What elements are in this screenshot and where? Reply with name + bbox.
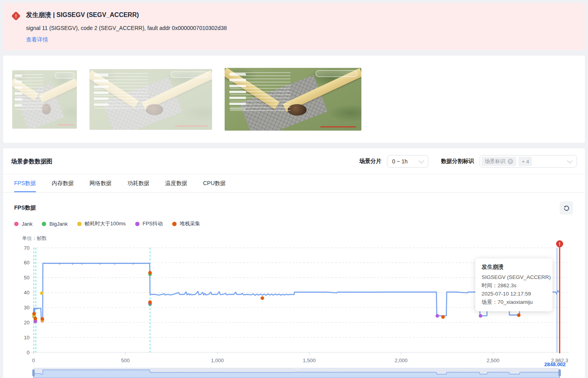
tab-4[interactable]: 温度数据 (165, 174, 187, 192)
chevron-down-icon (567, 158, 573, 163)
tabs: FPS数据内存数据网络数据功耗数据温度数据CPU数据 (3, 174, 585, 193)
scene-slice-select[interactable]: 0 ~ 1h (387, 155, 428, 168)
tab-3[interactable]: 功耗数据 (127, 174, 149, 192)
tab-2[interactable]: 网络数据 (89, 174, 112, 192)
legend-item[interactable]: FPS抖动 (135, 220, 163, 227)
alert-content: 发生崩溃 | SIGSEGV (SEGV_ACCERR) signal 11 (… (26, 11, 227, 43)
tooltip-scene: 场景：70_xiaoxiamiju (482, 298, 546, 306)
tab-0[interactable]: FPS数据 (14, 174, 36, 192)
scene-data-card: 场景参数数据图 场景分片 0 ~ 1h 数据分割标识 场景标识 ✕ + 4 (3, 148, 585, 378)
legend-dot-icon (172, 222, 177, 226)
section-title: 场景参数数据图 (11, 158, 52, 165)
svg-text:50: 50 (24, 275, 30, 281)
y-axis-unit-label: 单位：帧数 (22, 235, 574, 242)
chart-brush-scrollbar[interactable] (14, 367, 580, 378)
legend-dot-icon (14, 222, 19, 226)
svg-text:20: 20 (24, 320, 30, 326)
tab-5[interactable]: CPU数据 (203, 174, 226, 192)
split-label: 数据分割标识 (441, 158, 474, 165)
svg-text:0: 0 (32, 357, 35, 363)
split-tag: 场景标识 ✕ (482, 157, 516, 166)
tooltip-title: 发生崩溃 (482, 264, 546, 271)
legend-dot-icon (42, 222, 46, 226)
alert-error-icon: ! (11, 11, 20, 21)
svg-text:70: 70 (24, 245, 30, 251)
tag-remove-icon[interactable]: ✕ (508, 159, 513, 164)
split-tags: 场景标识 ✕ + 4 (482, 157, 532, 166)
chart-legend: JankBigJank帧耗时大于100msFPS抖动堆栈采集 (14, 220, 574, 227)
split-tag-label: 场景标识 (485, 158, 505, 165)
svg-text:1,000: 1,000 (211, 357, 224, 363)
legend-item[interactable]: 帧耗时大于100ms (77, 220, 126, 227)
axis-pointer-label: 2848.002 (532, 361, 566, 367)
alert-message: signal 11 (SIGSEGV), code 2 (SEGV_ACCERR… (26, 25, 227, 31)
legend-item[interactable]: Jank (14, 221, 32, 227)
legend-dot-icon (135, 222, 140, 226)
svg-text:2,500: 2,500 (487, 357, 500, 363)
page: ! 发生崩溃 | SIGSEGV (SEGV_ACCERR) signal 11… (0, 0, 588, 378)
tooltip-time: 时间：2862.3s (482, 281, 546, 290)
crash-alert-banner: ! 发生崩溃 | SIGSEGV (SEGV_ACCERR) signal 11… (3, 3, 585, 50)
svg-text:60: 60 (24, 260, 30, 266)
chart-area: 01020304050607005001,0001,5002,0002,5002… (14, 243, 574, 378)
screenshot-strip (3, 56, 585, 143)
svg-text:10: 10 (24, 335, 30, 341)
svg-text:!: ! (559, 241, 560, 247)
tooltip-subtitle: SIGSEGV (SEGV_ACCERR) (482, 273, 546, 281)
svg-text:500: 500 (121, 357, 130, 363)
screenshot-thumbnail[interactable] (12, 70, 77, 129)
svg-text:40: 40 (24, 290, 30, 296)
tooltip-datetime: 2025-07-10 12:17:59 (482, 290, 546, 298)
svg-text:0: 0 (27, 350, 30, 356)
view-details-link[interactable]: 查看详情 (26, 36, 48, 43)
scene-slice-value: 0 ~ 1h (392, 158, 408, 165)
legend-item[interactable]: BigJank (42, 221, 67, 227)
svg-text:2,000: 2,000 (395, 357, 408, 363)
legend-item[interactable]: 堆栈采集 (172, 220, 200, 227)
screenshot-thumbnail[interactable] (225, 68, 361, 131)
legend-dot-icon (77, 222, 82, 226)
screenshot-thumbnail[interactable] (89, 69, 212, 130)
alert-title: 发生崩溃 | SIGSEGV (SEGV_ACCERR) (26, 11, 227, 19)
filters: 场景分片 0 ~ 1h 数据分割标识 场景标识 ✕ + 4 (352, 155, 577, 168)
reset-zoom-button[interactable] (560, 201, 573, 215)
tab-1[interactable]: 内存数据 (52, 174, 74, 192)
scene-slice-label: 场景分片 (359, 158, 381, 165)
svg-text:1,500: 1,500 (303, 357, 316, 363)
split-select[interactable]: 场景标识 ✕ + 4 (480, 155, 577, 168)
svg-text:30: 30 (24, 305, 30, 311)
reset-icon (563, 205, 570, 211)
split-more-tag: + 4 (519, 157, 532, 166)
crash-tooltip: 发生崩溃 SIGSEGV (SEGV_ACCERR) 时间：2862.3s 20… (475, 258, 553, 311)
chart-title: FPS数据 (14, 204, 36, 211)
section-header: 场景参数数据图 场景分片 0 ~ 1h 数据分割标识 场景标识 ✕ + 4 (3, 148, 585, 174)
chart-body: FPS数据 JankBigJank帧耗时大于100msFPS抖动堆栈采集 单位：… (3, 193, 585, 378)
chevron-down-icon (419, 158, 424, 163)
